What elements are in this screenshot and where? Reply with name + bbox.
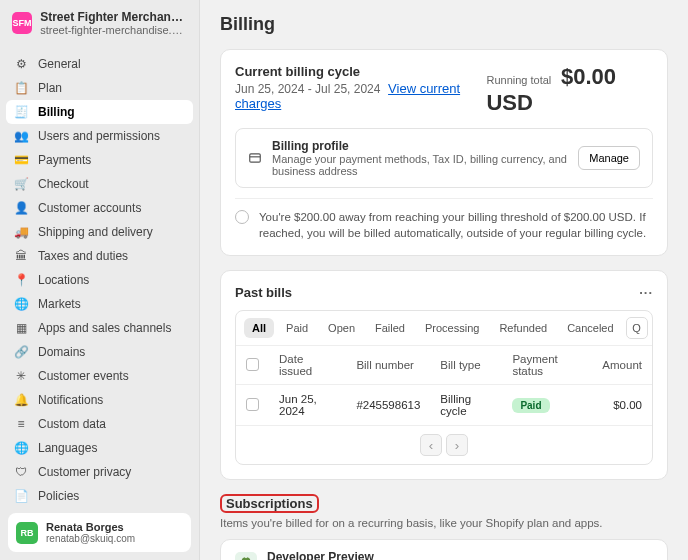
nav-icon: 🔔 [14,393,28,407]
status-badge: Paid [512,398,549,413]
threshold-progress-icon [235,210,249,224]
col-amount[interactable]: Amount [592,346,652,385]
nav-label: Payments [38,153,91,167]
nav-label: Policies [38,489,79,503]
sidebar-item-users-and-permissions[interactable]: 👥Users and permissions [6,124,193,148]
pager: ‹ › [236,425,652,464]
shop-header[interactable]: SFM Street Fighter Merchandise street-fi… [0,0,199,46]
bills-table: Date issued Bill number Bill type Paymen… [236,346,652,425]
nav-icon: 🛡 [14,465,28,479]
filter-tab-canceled[interactable]: Canceled [559,318,621,338]
cycle-card: Current billing cycle Jun 25, 2024 - Jul… [220,49,668,256]
nav-label: Taxes and duties [38,249,128,263]
user-avatar: RB [16,522,38,544]
sub-name: Developer Preview [267,550,493,560]
page-title: Billing [220,14,668,35]
cell-number: #245598613 [346,385,430,426]
col-type[interactable]: Bill type [430,346,502,385]
nav-icon: 📋 [14,81,28,95]
prev-page-button[interactable]: ‹ [420,434,442,456]
main-content: Billing Current billing cycle Jun 25, 20… [200,0,688,560]
sidebar-item-locations[interactable]: 📍Locations [6,268,193,292]
filter-icon[interactable]: ≡ [652,317,653,339]
svg-rect-0 [250,154,261,162]
table-row[interactable]: Jun 25, 2024#245598613Billing cyclePaid$… [236,385,652,426]
col-number[interactable]: Bill number [346,346,430,385]
sidebar: SFM Street Fighter Merchandise street-fi… [0,0,200,560]
nav-icon: ▦ [14,321,28,335]
cycle-title: Current billing cycle [235,64,486,79]
col-status[interactable]: Payment status [502,346,592,385]
nav-label: General [38,57,81,71]
user-name: Renata Borges [46,521,135,533]
nav-label: Plan [38,81,62,95]
manage-button[interactable]: Manage [578,146,640,170]
nav-icon: 🌐 [14,441,28,455]
nav-label: Domains [38,345,85,359]
nav-icon: 🛒 [14,177,28,191]
nav-icon: 🧾 [14,105,28,119]
nav-label: Languages [38,441,97,455]
nav-icon: ✳ [14,369,28,383]
col-date[interactable]: Date issued [269,346,346,385]
nav-icon: 📄 [14,489,28,503]
nav-label: Apps and sales channels [38,321,171,335]
subscription-item[interactable]: Developer Preview $0.00 every 30 days. R… [221,540,667,560]
checkbox-all[interactable] [246,358,259,371]
sidebar-item-taxes-and-duties[interactable]: 🏛Taxes and duties [6,244,193,268]
user-email: renatab@skuiq.com [46,533,135,544]
nav-icon: 🌐 [14,297,28,311]
nav-icon: ⚙ [14,57,28,71]
sidebar-item-domains[interactable]: 🔗Domains [6,340,193,364]
nav-label: Locations [38,273,89,287]
billing-profile-box: Billing profile Manage your payment meth… [235,128,653,188]
search-icon[interactable]: Q [626,317,648,339]
past-bills-card: Past bills ··· AllPaidOpenFailedProcessi… [220,270,668,480]
sidebar-item-notifications[interactable]: 🔔Notifications [6,388,193,412]
nav-icon: 🔗 [14,345,28,359]
sidebar-item-general[interactable]: ⚙General [6,52,193,76]
nav-icon: 💳 [14,153,28,167]
next-page-button[interactable]: › [446,434,468,456]
subscriptions-desc: Items you're billed for on a recurring b… [220,517,668,529]
checkbox[interactable] [246,398,259,411]
nav-icon: ≡ [14,417,28,431]
sidebar-item-customer-events[interactable]: ✳Customer events [6,364,193,388]
sidebar-item-payments[interactable]: 💳Payments [6,148,193,172]
sidebar-item-checkout[interactable]: 🛒Checkout [6,172,193,196]
filter-tab-open[interactable]: Open [320,318,363,338]
profile-desc: Manage your payment methods, Tax ID, bil… [272,153,568,177]
running-total-label: Running total [486,74,551,86]
user-footer[interactable]: RB Renata Borges renatab@skuiq.com [8,513,191,552]
filter-tab-processing[interactable]: Processing [417,318,487,338]
nav-label: Users and permissions [38,129,160,143]
more-actions-icon[interactable]: ··· [639,285,653,300]
shop-name: Street Fighter Merchandise [40,10,187,24]
nav-icon: 👤 [14,201,28,215]
sidebar-item-customer-accounts[interactable]: 👤Customer accounts [6,196,193,220]
filter-tab-paid[interactable]: Paid [278,318,316,338]
sidebar-item-apps-and-sales-channels[interactable]: ▦Apps and sales channels [6,316,193,340]
running-total-value: $0.00 USD [486,64,616,115]
nav-label: Checkout [38,177,89,191]
sidebar-item-plan[interactable]: 📋Plan [6,76,193,100]
nav-label: Customer accounts [38,201,141,215]
filter-tab-all[interactable]: All [244,318,274,338]
filter-row: AllPaidOpenFailedProcessingRefundedCance… [236,311,652,346]
sidebar-item-markets[interactable]: 🌐Markets [6,292,193,316]
sidebar-item-billing[interactable]: 🧾Billing [6,100,193,124]
sidebar-item-customer-privacy[interactable]: 🛡Customer privacy [6,460,193,484]
sidebar-item-custom-data[interactable]: ≡Custom data [6,412,193,436]
nav-label: Notifications [38,393,103,407]
threshold-row: You're $200.00 away from reaching your b… [235,198,653,241]
nav-label: Customer events [38,369,129,383]
shop-avatar: SFM [12,12,32,34]
sidebar-item-policies[interactable]: 📄Policies [6,484,193,505]
nav-label: Custom data [38,417,106,431]
filter-tab-refunded[interactable]: Refunded [491,318,555,338]
filter-tab-failed[interactable]: Failed [367,318,413,338]
sidebar-item-shipping-and-delivery[interactable]: 🚚Shipping and delivery [6,220,193,244]
profile-title: Billing profile [272,139,568,153]
sidebar-item-languages[interactable]: 🌐Languages [6,436,193,460]
cell-type: Billing cycle [430,385,502,426]
